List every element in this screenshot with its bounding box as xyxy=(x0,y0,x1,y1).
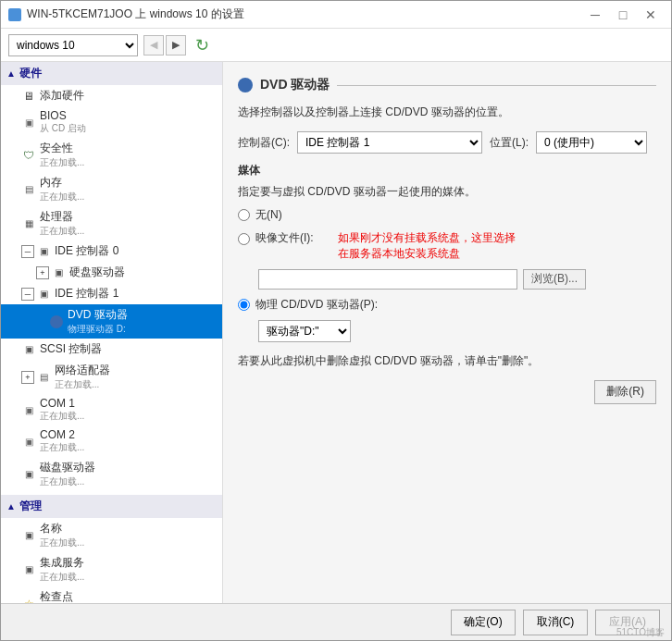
sidebar-item-network[interactable]: + ▤ 网络适配器 正在加载... xyxy=(1,360,222,394)
image-file-input[interactable] xyxy=(258,269,517,290)
floppy-sub: 正在加载... xyxy=(40,475,95,488)
sidebar-item-integration[interactable]: ▣ 集成服务 正在加载... xyxy=(1,552,222,586)
hdd-label: 硬盘驱动器 xyxy=(69,265,125,280)
close-button[interactable]: ✕ xyxy=(638,6,664,24)
radio-physical-row: 物理 CD/DVD 驱动器(P): xyxy=(238,297,656,313)
processor-sub: 正在加载... xyxy=(40,225,84,238)
app-icon xyxy=(8,8,21,21)
sidebar-item-name[interactable]: ▣ 名称 正在加载... xyxy=(1,518,222,552)
ide0-icon: ▣ xyxy=(36,244,51,259)
radio-image[interactable] xyxy=(238,233,250,245)
main-content: ▲ 硬件 🖥 添加硬件 ▣ BIOS 从 CD 启动 🛡 xyxy=(1,62,671,603)
media-desc: 指定要与虚拟 CD/DVD 驱动器一起使用的媒体。 xyxy=(238,184,656,200)
radio-physical-label[interactable]: 物理 CD/DVD 驱动器(P): xyxy=(255,297,378,313)
memory-sub: 正在加载... xyxy=(40,191,84,203)
security-sub: 正在加载... xyxy=(40,156,84,169)
controller-label: 控制器(C): xyxy=(238,135,290,151)
management-chevron-icon: ▲ xyxy=(6,501,16,512)
controller-select[interactable]: IDE 控制器 1 xyxy=(297,131,482,154)
scsi-label: SCSI 控制器 xyxy=(40,341,102,357)
sidebar-item-dvd[interactable]: DVD 驱动器 物理驱动器 D: xyxy=(1,304,222,339)
floppy-icon: ▣ xyxy=(21,467,36,482)
confirm-button[interactable]: 确定(O) xyxy=(451,610,516,635)
radio-physical[interactable] xyxy=(238,299,250,311)
vm-selector[interactable]: windows 10 xyxy=(8,34,138,56)
dvd-label: DVD 驱动器 xyxy=(68,307,128,323)
sidebar-item-ide1[interactable]: ─ ▣ IDE 控制器 1 xyxy=(1,283,222,304)
browse-button[interactable]: 浏览(B)... xyxy=(523,269,586,290)
panel-title-container: DVD 驱动器 xyxy=(238,77,656,97)
radio-image-container: 映像文件(I): 如果刚才没有挂载系统盘，这里选择 在服务器本地安装系统盘 xyxy=(238,230,656,262)
hardware-section-header[interactable]: ▲ 硬件 xyxy=(1,62,222,85)
delete-button[interactable]: 删除(R) xyxy=(594,380,656,404)
radio-none-label[interactable]: 无(N) xyxy=(255,207,282,223)
network-icon: ▤ xyxy=(36,370,51,385)
delete-note: 若要从此虚拟机中删除虚拟 CD/DVD 驱动器，请单击"删除"。 xyxy=(238,353,656,369)
bios-icon: ▣ xyxy=(21,115,36,129)
sidebar-item-checkpoint[interactable]: ☆ 检查点 正在加载... xyxy=(1,586,222,603)
hdd-expander[interactable]: + xyxy=(36,266,49,279)
back-button[interactable]: ◀ xyxy=(143,35,164,55)
sidebar-item-security[interactable]: 🛡 安全性 正在加载... xyxy=(1,138,222,172)
network-expander[interactable]: + xyxy=(21,371,34,384)
network-label: 网络适配器 xyxy=(55,363,110,378)
title-bar-controls: ─ □ ✕ xyxy=(582,6,664,24)
main-window: WIN-5TKCEM71JOO 上 windows 10 的设置 ─ □ ✕ w… xyxy=(0,0,672,641)
forward-button[interactable]: ▶ xyxy=(166,35,186,55)
sidebar-item-hdd[interactable]: + ▣ 硬盘驱动器 xyxy=(1,262,222,283)
sidebar-item-scsi[interactable]: ▣ SCSI 控制器 xyxy=(1,339,222,360)
right-panel: DVD 驱动器 选择控制器以及控制器上连接 CD/DVD 驱动器的位置。 控制器… xyxy=(223,62,671,603)
name-label: 名称 xyxy=(40,521,84,536)
minimize-button[interactable]: ─ xyxy=(582,6,608,24)
toolbar: windows 10 ◀ ▶ ↻ xyxy=(1,29,671,62)
sidebar-item-ide0[interactable]: ─ ▣ IDE 控制器 0 xyxy=(1,240,222,262)
memory-icon: ▤ xyxy=(21,182,36,197)
cancel-button[interactable]: 取消(C) xyxy=(523,610,588,635)
action-row: 删除(R) xyxy=(238,380,656,404)
sidebar: ▲ 硬件 🖥 添加硬件 ▣ BIOS 从 CD 启动 🛡 xyxy=(1,62,223,603)
image-file-row: 浏览(B)... xyxy=(238,269,656,290)
radio-image-label[interactable]: 映像文件(I): xyxy=(255,230,314,246)
scsi-icon: ▣ xyxy=(21,342,36,357)
ide1-expander[interactable]: ─ xyxy=(21,288,34,301)
checkpoint-icon: ☆ xyxy=(21,597,36,604)
sidebar-item-processor[interactable]: ▦ 处理器 正在加载... xyxy=(1,206,222,240)
sidebar-item-floppy[interactable]: ▣ 磁盘驱动器 正在加载... xyxy=(1,457,222,491)
annotation-container: 如果刚才没有挂载系统盘，这里选择 在服务器本地安装系统盘 xyxy=(329,230,516,262)
com1-sub: 正在加载... xyxy=(40,410,84,423)
location-select[interactable]: 0 (使用中) xyxy=(536,131,647,154)
bottom-bar: 确定(O) 取消(C) 应用(A) xyxy=(1,603,671,640)
sidebar-item-bios[interactable]: ▣ BIOS 从 CD 启动 xyxy=(1,106,222,138)
sidebar-item-com1[interactable]: ▣ COM 1 正在加载... xyxy=(1,394,222,425)
management-section-label: 管理 xyxy=(19,499,42,514)
panel-title-line xyxy=(337,85,656,86)
ide1-label: IDE 控制器 1 xyxy=(55,286,118,302)
bios-label: BIOS xyxy=(40,109,86,122)
name-icon: ▣ xyxy=(21,528,36,543)
physical-drive-select[interactable]: 驱动器"D:" xyxy=(258,320,351,342)
ide0-expander[interactable]: ─ xyxy=(21,245,34,258)
hardware-section-label: 硬件 xyxy=(19,66,42,81)
refresh-button[interactable]: ↻ xyxy=(192,35,212,55)
radio-image-row: 映像文件(I): xyxy=(238,230,314,246)
hardware-chevron-icon: ▲ xyxy=(6,68,16,79)
annotation-text: 如果刚才没有挂载系统盘，这里选择 在服务器本地安装系统盘 xyxy=(338,230,516,262)
com2-icon: ▣ xyxy=(21,434,36,449)
sidebar-item-memory[interactable]: ▤ 内存 正在加载... xyxy=(1,172,222,206)
sidebar-item-add-hardware[interactable]: 🖥 添加硬件 xyxy=(1,85,222,106)
controller-row: 控制器(C): IDE 控制器 1 位置(L): 0 (使用中) xyxy=(238,131,656,154)
radio-none[interactable] xyxy=(238,209,250,221)
maximize-button[interactable]: □ xyxy=(610,6,636,24)
add-hardware-icon: 🖥 xyxy=(21,89,36,104)
com2-sub: 正在加载... xyxy=(40,441,84,454)
location-label: 位置(L): xyxy=(490,135,529,151)
management-section-header[interactable]: ▲ 管理 xyxy=(1,495,222,518)
memory-label: 内存 xyxy=(40,175,84,191)
title-bar-left: WIN-5TKCEM71JOO 上 windows 10 的设置 xyxy=(8,6,244,22)
checkpoint-label: 检查点 xyxy=(40,589,84,603)
security-icon: 🛡 xyxy=(21,148,36,163)
dvd-sub: 物理驱动器 D: xyxy=(68,323,128,336)
sidebar-item-com2[interactable]: ▣ COM 2 正在加载... xyxy=(1,425,222,457)
physical-drive-row: 驱动器"D:" xyxy=(238,320,656,342)
panel-desc: 选择控制器以及控制器上连接 CD/DVD 驱动器的位置。 xyxy=(238,105,656,120)
